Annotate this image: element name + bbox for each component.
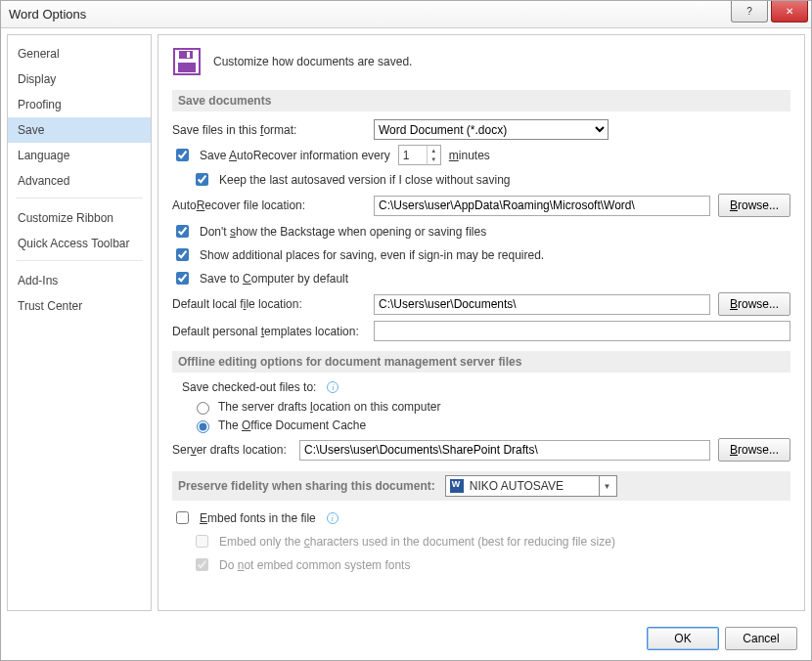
default-local-browse-button[interactable]: Browse... (718, 292, 790, 316)
do-not-embed-common-label: Do not embed common system fonts (219, 558, 410, 572)
sidebar-item-addins[interactable]: Add-Ins (8, 268, 151, 293)
embed-fonts-label: Embed fonts in the file (200, 511, 316, 525)
autorecover-location-label: AutoRecover file location: (172, 198, 366, 212)
category-sidebar: General Display Proofing Save Language A… (7, 34, 152, 611)
server-drafts-radio-label: The server drafts location on this compu… (218, 400, 440, 414)
autorecover-minutes-spinner[interactable]: 1 ▲▼ (398, 145, 441, 165)
sidebar-item-trust-center[interactable]: Trust Center (8, 293, 151, 319)
minutes-label: minutes (449, 149, 490, 162)
server-drafts-browse-button[interactable]: Browse... (718, 438, 790, 462)
save-to-computer-label: Save to Computer by default (200, 272, 348, 286)
section-offline-editing: Offline editing options for document man… (172, 351, 790, 373)
embed-only-chars-checkbox (196, 535, 208, 548)
question-icon: ? (746, 6, 752, 17)
autorecover-location-input[interactable] (374, 196, 710, 216)
dont-show-backstage-checkbox[interactable] (176, 225, 189, 238)
content-pane: Customize how documents are saved. Save … (158, 34, 805, 611)
sidebar-item-quick-access[interactable]: Quick Access Toolbar (8, 231, 151, 256)
sidebar-item-save[interactable]: Save (8, 117, 151, 143)
svg-rect-3 (178, 63, 196, 72)
save-to-computer-checkbox[interactable] (176, 272, 189, 285)
close-button[interactable]: ✕ (771, 1, 808, 22)
checked-out-label: Save checked-out files to: (182, 380, 316, 394)
word-doc-icon (450, 479, 464, 493)
default-local-input[interactable] (374, 294, 710, 315)
word-options-dialog: Word Options ? ✕ General Display Proofin… (0, 0, 812, 661)
sidebar-item-proofing[interactable]: Proofing (8, 92, 151, 117)
save-icon (172, 47, 202, 76)
sidebar-item-general[interactable]: General (8, 41, 151, 66)
office-cache-radio-label: The Office Document Cache (218, 419, 366, 432)
svg-rect-2 (187, 52, 190, 58)
autorecover-browse-button[interactable]: Browse... (718, 194, 790, 217)
ok-button[interactable]: OK (647, 627, 719, 650)
header-text: Customize how documents are saved. (213, 55, 412, 68)
additional-places-label: Show additional places for saving, even … (200, 248, 544, 262)
cancel-button[interactable]: Cancel (725, 627, 797, 650)
default-templates-input[interactable] (374, 321, 790, 341)
embed-only-chars-label: Embed only the characters used in the do… (219, 535, 615, 549)
chevron-down-icon: ▼ (599, 476, 614, 496)
window-title: Word Options (9, 7, 86, 22)
server-drafts-location-input[interactable] (299, 440, 710, 461)
do-not-embed-common-checkbox (196, 558, 208, 571)
dialog-footer: OK Cancel (1, 617, 811, 660)
autorecover-label: Save AutoRecover information every (200, 149, 390, 162)
section-save-documents: Save documents (172, 90, 790, 111)
server-drafts-location-label: Server drafts location: (172, 443, 292, 457)
sidebar-item-advanced[interactable]: Advanced (8, 168, 151, 194)
default-templates-label: Default personal templates location: (172, 325, 366, 338)
spinner-up-icon[interactable]: ▲ (428, 146, 440, 155)
close-icon: ✕ (786, 6, 793, 17)
format-label: Save files in this format: (172, 123, 366, 137)
sidebar-item-customize-ribbon[interactable]: Customize Ribbon (8, 205, 151, 231)
autorecover-checkbox[interactable] (176, 149, 189, 161)
preserve-document-select[interactable]: NIKO AUTOSAVE ▼ (445, 475, 617, 497)
info-icon[interactable]: i (327, 512, 338, 524)
server-drafts-radio[interactable] (197, 402, 209, 415)
titlebar: Word Options ? ✕ (1, 1, 811, 28)
spinner-down-icon[interactable]: ▼ (428, 155, 440, 165)
info-icon[interactable]: i (327, 381, 338, 393)
sidebar-item-language[interactable]: Language (8, 143, 151, 168)
help-button[interactable]: ? (731, 1, 768, 22)
sidebar-item-display[interactable]: Display (8, 66, 151, 92)
section-preserve-fidelity: Preserve fidelity when sharing this docu… (172, 471, 790, 501)
default-local-label: Default local file location: (172, 297, 366, 311)
office-cache-radio[interactable] (197, 420, 209, 433)
svg-rect-1 (179, 51, 193, 59)
keep-last-checkbox[interactable] (196, 173, 208, 186)
additional-places-checkbox[interactable] (176, 248, 189, 261)
format-select[interactable]: Word Document (*.docx) (374, 119, 609, 140)
keep-last-label: Keep the last autosaved version if I clo… (219, 173, 511, 187)
dont-show-backstage-label: Don't show the Backstage when opening or… (200, 225, 486, 239)
embed-fonts-checkbox[interactable] (176, 511, 189, 524)
